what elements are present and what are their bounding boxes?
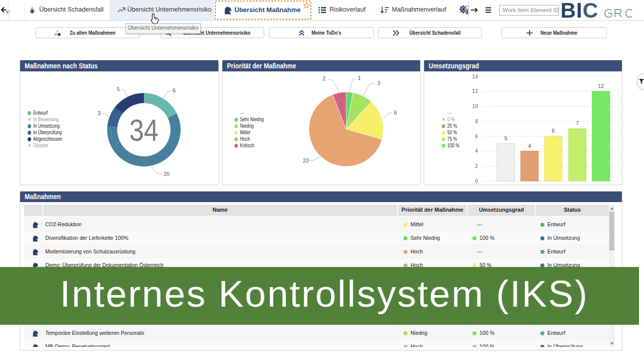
svg-text:0: 0 xyxy=(475,178,478,184)
svg-text:6: 6 xyxy=(394,110,397,116)
svg-text:4: 4 xyxy=(528,143,531,149)
svg-text:34: 34 xyxy=(129,113,158,147)
svg-text:5: 5 xyxy=(504,135,507,141)
svg-text:20: 20 xyxy=(164,171,170,177)
svg-text:12: 12 xyxy=(598,83,604,89)
svg-text:3: 3 xyxy=(98,110,101,116)
svg-text:2: 2 xyxy=(323,75,326,81)
svg-text:14: 14 xyxy=(472,73,478,79)
svg-text:6: 6 xyxy=(551,128,554,134)
svg-text:7: 7 xyxy=(576,120,579,126)
svg-text:4: 4 xyxy=(475,148,478,154)
svg-text:22: 22 xyxy=(303,157,309,163)
svg-text:8: 8 xyxy=(475,118,478,124)
svg-text:2: 2 xyxy=(475,163,478,169)
svg-text:5: 5 xyxy=(117,86,120,92)
svg-text:1: 1 xyxy=(358,75,361,81)
svg-text:10: 10 xyxy=(472,103,478,109)
svg-text:6: 6 xyxy=(475,133,478,139)
svg-text:6: 6 xyxy=(173,87,176,94)
svg-text:BIC: BIC xyxy=(560,0,598,22)
svg-text:12: 12 xyxy=(472,88,478,94)
svg-text:3: 3 xyxy=(377,80,380,86)
